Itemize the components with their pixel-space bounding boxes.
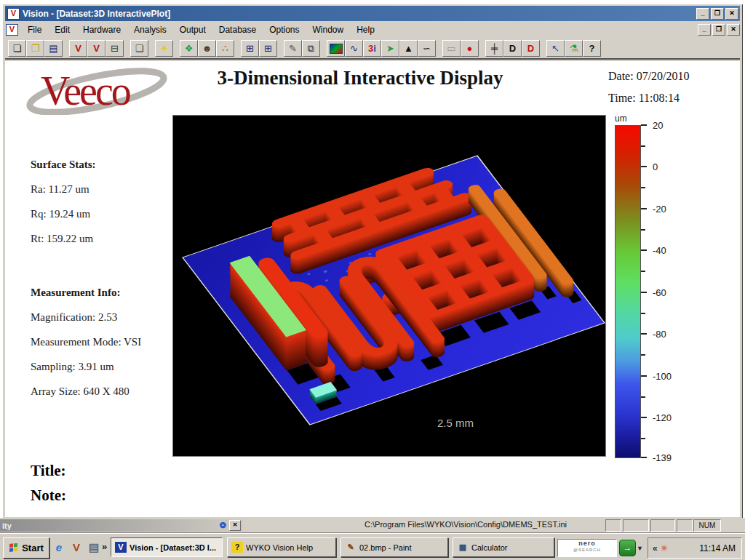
3d-surface-plot[interactable]: 2.5 mm bbox=[172, 115, 606, 457]
toolbar-load-dataset-button[interactable]: V bbox=[69, 40, 87, 57]
titlebar[interactable]: V Vision - [Dataset:3D InteractivePlot] … bbox=[5, 6, 740, 21]
lab-analysis-icon: ⚗ bbox=[570, 44, 578, 53]
toolbar-histogram-button[interactable]: ▲ bbox=[399, 40, 418, 57]
caliper-icon: ╪ bbox=[491, 44, 498, 53]
menu-options[interactable]: Options bbox=[263, 23, 306, 36]
taskbar-window-paint[interactable]: ✎02.bmp - Paint bbox=[340, 537, 448, 557]
colorbar-tick bbox=[641, 208, 647, 209]
nero-dropdown-icon[interactable]: ▼ bbox=[637, 545, 643, 552]
profile-curve-icon: ∽ bbox=[423, 44, 431, 53]
toolbar-dataset-window-2-button[interactable]: ⊞ bbox=[259, 40, 277, 57]
toolbar-color-dots-button[interactable]: ∴ bbox=[216, 40, 234, 57]
toolbar-d-meas-alt-button[interactable]: D bbox=[522, 40, 540, 57]
disabled-tool-icon: ▭ bbox=[447, 44, 455, 53]
wyko-vision-shortcut-icon[interactable]: V bbox=[68, 540, 84, 556]
colorbar-label--100: -100 bbox=[653, 370, 672, 381]
scale-label: 2.5 mm bbox=[437, 417, 474, 429]
colorbar-minor-tick bbox=[641, 354, 645, 356]
docked-window-titlebar[interactable]: ity ❂ ✕ bbox=[0, 519, 243, 532]
tray-app-icon[interactable]: ✳ bbox=[661, 543, 668, 553]
menu-database[interactable]: Database bbox=[212, 23, 263, 36]
menu-output[interactable]: Output bbox=[173, 23, 212, 36]
note-label: Note: bbox=[31, 483, 66, 508]
taskbar-window-calculator[interactable]: ▦Calculator bbox=[453, 537, 554, 557]
colorbar-minor-tick bbox=[641, 396, 645, 398]
quick-launch-overflow-icon[interactable]: » bbox=[102, 541, 107, 552]
toolbar-d-meas-button[interactable]: D bbox=[503, 40, 522, 57]
toolbar-copy-page-button[interactable]: ⧉ bbox=[302, 40, 320, 57]
colorbar-tick bbox=[641, 292, 647, 293]
datetime-block: Date: 07/20/2010 Time: 11:08:14 bbox=[608, 65, 739, 109]
open-file-icon: ❐ bbox=[31, 44, 40, 53]
nero-search-logo: nero bbox=[558, 540, 616, 548]
menu-edit[interactable]: Edit bbox=[48, 23, 76, 36]
colorbar-label--80: -80 bbox=[653, 329, 666, 340]
taskbar-window-help[interactable]: ?WYKO Vision Help bbox=[227, 537, 336, 557]
time-label: Time: 11:08:14 bbox=[608, 87, 739, 109]
menu-analysis[interactable]: Analysis bbox=[127, 23, 173, 36]
colorbar-label-20: 20 bbox=[653, 120, 663, 131]
tray-expand-icon[interactable]: « bbox=[653, 543, 658, 553]
record-icon: ● bbox=[467, 44, 473, 53]
close-button[interactable]: ✕ bbox=[725, 8, 738, 20]
child-minimize-button[interactable]: _ bbox=[698, 24, 711, 36]
start-label: Start bbox=[22, 543, 44, 553]
toolbar-record-button[interactable]: ● bbox=[461, 40, 479, 57]
colorbar-label--60: -60 bbox=[653, 287, 666, 297]
toolbar-dataset-window-1-button[interactable]: ⊞ bbox=[241, 40, 259, 57]
toolbar-data-arrow-button[interactable]: ➤ bbox=[381, 40, 399, 57]
child-restore-button[interactable]: ❐ bbox=[712, 24, 725, 36]
internet-explorer-icon[interactable]: e bbox=[51, 540, 67, 556]
start-button[interactable]: Start bbox=[3, 537, 49, 559]
dataset-window-2-icon: ⊞ bbox=[264, 44, 272, 53]
colorbar-tick bbox=[641, 333, 647, 335]
colorbar-tick bbox=[641, 166, 647, 167]
new-file-icon: ❏ bbox=[13, 44, 22, 53]
toolbar-save-file-button[interactable]: ▤ bbox=[44, 40, 63, 57]
docked-window-icon: ❂ bbox=[220, 521, 226, 530]
toolbar-open-file-button[interactable]: ❐ bbox=[26, 40, 44, 57]
toolbar-print-button[interactable]: ⊟ bbox=[105, 40, 124, 57]
menu-help[interactable]: Help bbox=[350, 23, 381, 36]
document-icon[interactable]: V bbox=[6, 24, 18, 36]
toolbar-contour-map-button[interactable] bbox=[327, 40, 345, 57]
toolbar-new-file-button[interactable]: ❏ bbox=[8, 40, 26, 57]
measurement-info-line-1: Measurement Mode: VSI bbox=[31, 336, 141, 361]
toolbar-profile-curve-button[interactable]: ∽ bbox=[418, 40, 436, 57]
x-profile-icon: ∿ bbox=[350, 44, 358, 53]
toolbar-intensity-display-button[interactable]: ☀ bbox=[155, 40, 173, 57]
data-arrow-icon: ➤ bbox=[386, 44, 394, 53]
docked-close-icon[interactable]: ✕ bbox=[229, 520, 241, 531]
colorbar-tick bbox=[641, 375, 647, 377]
window-title: Vision - [Dataset:3D InteractivePlot] bbox=[23, 9, 170, 19]
child-close-button[interactable]: ✕ bbox=[727, 24, 740, 36]
colorbar-tick bbox=[641, 124, 647, 126]
toolbar-x-profile-button[interactable]: ∿ bbox=[345, 40, 363, 57]
toolbar-pointer-tool-button[interactable]: ↖ bbox=[546, 40, 565, 57]
nero-search-go-button[interactable]: → bbox=[619, 540, 636, 556]
toolbar-masks-button[interactable]: ☻ bbox=[198, 40, 216, 57]
toolbar-help-button[interactable]: ? bbox=[583, 40, 601, 57]
toolbar-new-dataset-page-button[interactable]: ❏ bbox=[130, 40, 148, 57]
toolbar-color-palette-button[interactable]: ❖ bbox=[180, 40, 198, 57]
menu-window[interactable]: Window bbox=[306, 23, 351, 36]
notes-document-icon[interactable]: ▤ bbox=[86, 540, 102, 556]
minimize-button[interactable]: _ bbox=[696, 8, 709, 20]
help-icon: ? bbox=[589, 44, 595, 53]
restore-button[interactable]: ❐ bbox=[711, 8, 724, 20]
toolbar-3d-interactive-button[interactable]: 3i bbox=[363, 40, 381, 57]
toolbar-save-dataset-button[interactable]: V bbox=[87, 40, 105, 57]
num-lock-indicator: NUM bbox=[693, 519, 721, 532]
nero-search-input[interactable]: nero @SEARCH bbox=[557, 539, 617, 557]
histogram-icon: ▲ bbox=[404, 44, 413, 53]
status-bar: ity ❂ ✕ C:\Program Files\WYKO\Vision\Con… bbox=[0, 518, 745, 533]
toolbar-caliper-button[interactable]: ╪ bbox=[485, 40, 503, 57]
menu-hardware[interactable]: Hardware bbox=[76, 23, 127, 36]
colorbar-minor-tick bbox=[641, 229, 645, 231]
load-dataset-icon: V bbox=[75, 44, 81, 53]
toolbar-measure-tool-button[interactable]: ✎ bbox=[284, 40, 302, 57]
taskbar-window-vision[interactable]: VVision - [Dataset:3D I... bbox=[111, 537, 223, 557]
toolbar-disabled-tool-button[interactable]: ▭ bbox=[442, 40, 461, 57]
toolbar-lab-analysis-button[interactable]: ⚗ bbox=[565, 40, 583, 57]
menu-file[interactable]: File bbox=[21, 23, 48, 36]
